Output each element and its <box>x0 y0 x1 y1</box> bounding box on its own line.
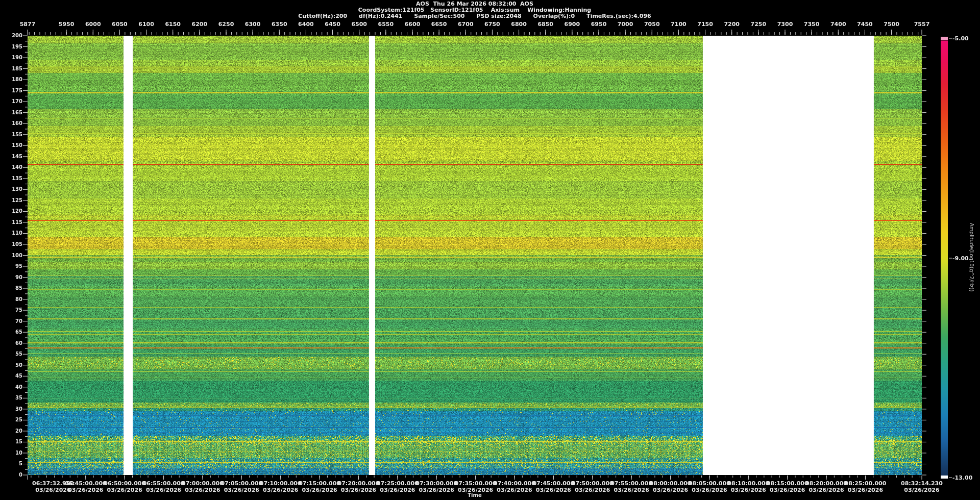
time-tick-label: 07:10:00.000 <box>260 480 302 487</box>
top-axis-tick-label: 7150 <box>697 21 713 28</box>
top-axis-tick-label: 7050 <box>644 21 660 28</box>
time-tick-label: 07:20:00.000 <box>338 480 380 487</box>
time-tick-label: 06:45:00.000 <box>65 480 107 487</box>
top-axis-tick-label: 6650 <box>431 21 447 28</box>
header-processing-info: Cuttoff(Hz):200 df(Hz):0.2441 Sample/Sec… <box>28 13 922 19</box>
time-tick-label: 08:25:00.000 <box>845 480 887 487</box>
time-tick-label: 07:55:00.000 <box>610 480 652 487</box>
top-axis-tick-label: 6000 <box>85 21 101 28</box>
frequency-tick-label: 65 <box>6 329 22 335</box>
time-tick-label: 07:25:00.000 <box>377 480 419 487</box>
time-tick-label: 07:00:00.000 <box>182 480 224 487</box>
time-tick-label: 07:50:00.000 <box>572 480 614 487</box>
frequency-tick-label: 15 <box>6 439 22 444</box>
frequency-tick-label: 175 <box>6 88 22 93</box>
time-tick-label: 08:32:14.230 <box>901 480 943 487</box>
spectrogram-canvas[interactable] <box>0 0 980 500</box>
frequency-tick-label: 165 <box>6 110 22 115</box>
top-axis-tick-label: 6850 <box>537 21 553 28</box>
time-tick-label: 08:05:00.000 <box>689 480 730 487</box>
top-axis-tick-label: 7000 <box>618 21 633 28</box>
time-tick-label: 07:40:00.000 <box>494 480 535 487</box>
frequency-tick-label: 20 <box>6 428 22 434</box>
frequency-tick-label: 115 <box>6 219 22 225</box>
frequency-tick-label: 50 <box>6 362 22 368</box>
top-axis-tick-label: 5950 <box>59 21 75 28</box>
top-axis-tick-label: 6550 <box>378 21 394 28</box>
top-axis-tick-label: 7350 <box>804 21 820 28</box>
frequency-tick-label: 180 <box>6 77 22 82</box>
frequency-tick-label: 185 <box>6 66 22 71</box>
frequency-tick-label: 95 <box>6 263 22 269</box>
frequency-tick-label: 10 <box>6 450 22 456</box>
frequency-tick-label: 150 <box>6 142 22 148</box>
top-axis-tick-label: 6450 <box>325 21 340 28</box>
frequency-tick-label: 60 <box>6 340 22 346</box>
time-tick-label: 07:15:00.000 <box>299 480 340 487</box>
frequency-tick-label: 155 <box>6 132 22 137</box>
frequency-tick-label: 35 <box>6 395 22 401</box>
frequency-tick-label: 140 <box>6 164 22 170</box>
frequency-tick-label: 5 <box>6 461 22 466</box>
top-axis-tick-label: 6150 <box>165 21 181 28</box>
time-tick-label: 08:00:00.000 <box>650 480 692 487</box>
time-tick-label: 07:05:00.000 <box>220 480 262 487</box>
frequency-tick-label: 25 <box>6 417 22 422</box>
top-axis-tick-label: 6750 <box>484 21 500 28</box>
top-axis-tick-label: 6350 <box>272 21 287 28</box>
top-axis-tick-label: 6700 <box>458 21 474 28</box>
time-tick-label: 07:35:00.000 <box>455 480 497 487</box>
frequency-tick-label: 40 <box>6 384 22 390</box>
frequency-tick-label: 195 <box>6 44 22 49</box>
time-tick-label: 07:45:00.000 <box>532 480 574 487</box>
top-axis-tick-label: 7200 <box>724 21 740 28</box>
time-tick-label: 08:20:00.000 <box>805 480 847 487</box>
frequency-tick-label: 130 <box>6 186 22 192</box>
frequency-tick-label: 135 <box>6 176 22 181</box>
frequency-tick-label: 125 <box>6 197 22 203</box>
colorbar-gradient <box>941 41 948 476</box>
top-axis-tick-label: 7450 <box>857 21 873 28</box>
frequency-tick-label: 170 <box>6 98 22 104</box>
frequency-tick-label: 110 <box>6 230 22 236</box>
top-axis-tick-label: 7557 <box>914 21 930 28</box>
frequency-tick-label: 85 <box>6 285 22 291</box>
top-axis-tick-label: 6600 <box>405 21 421 28</box>
time-axis-title: Time <box>28 492 922 498</box>
time-tick-label: 06:50:00.000 <box>104 480 145 487</box>
frequency-tick-label: 55 <box>6 351 22 357</box>
top-axis-tick-label: 6100 <box>138 21 154 28</box>
frequency-tick-label: 105 <box>6 241 22 247</box>
top-axis-tick-label: 7250 <box>751 21 767 28</box>
top-axis-tick-label: 6050 <box>112 21 128 28</box>
top-axis-tick-label: 6800 <box>511 21 527 28</box>
frequency-tick-label: 160 <box>6 120 22 126</box>
top-axis-tick-label: 7500 <box>884 21 899 28</box>
time-tick-label: 08:15:00.000 <box>767 480 808 487</box>
top-axis-tick-label: 6400 <box>298 21 314 28</box>
frequency-tick-label: 45 <box>6 373 22 379</box>
top-axis-tick-label: 6200 <box>192 21 208 28</box>
top-axis-tick-label: 6250 <box>218 21 234 28</box>
frequency-tick-label: 70 <box>6 318 22 324</box>
top-axis-tick-label: 6500 <box>351 21 367 28</box>
frequency-tick-label: 120 <box>6 208 22 214</box>
frequency-tick-label: 200 <box>6 33 22 38</box>
top-axis-tick-label: 7100 <box>671 21 687 28</box>
colorbar-tick-label: -5.00 <box>952 35 969 42</box>
time-tick-label: 06:55:00.000 <box>143 480 185 487</box>
top-axis-tick-label: 7300 <box>777 21 793 28</box>
frequency-tick-label: 80 <box>6 296 22 302</box>
frequency-tick-label: 75 <box>6 307 22 313</box>
frequency-tick-label: 30 <box>6 406 22 412</box>
time-tick-label: 08:10:00.000 <box>727 480 769 487</box>
top-axis-tick-label: 6950 <box>591 21 607 28</box>
time-tick-label: 07:30:00.000 <box>415 480 457 487</box>
frequency-tick-label: 190 <box>6 55 22 60</box>
aos-spectrogram-window: AOS Thu 26 Mar 2026 08:32:00 AOS CoordSy… <box>0 0 980 500</box>
colorbar-under-cap <box>941 476 948 479</box>
top-axis-tick-label: 5877 <box>20 21 36 28</box>
colorbar-axis-title: Amplitude(Log10(g^2/Hz)) <box>969 223 974 292</box>
colorbar <box>941 37 948 479</box>
top-axis-tick-label: 6900 <box>565 21 580 28</box>
